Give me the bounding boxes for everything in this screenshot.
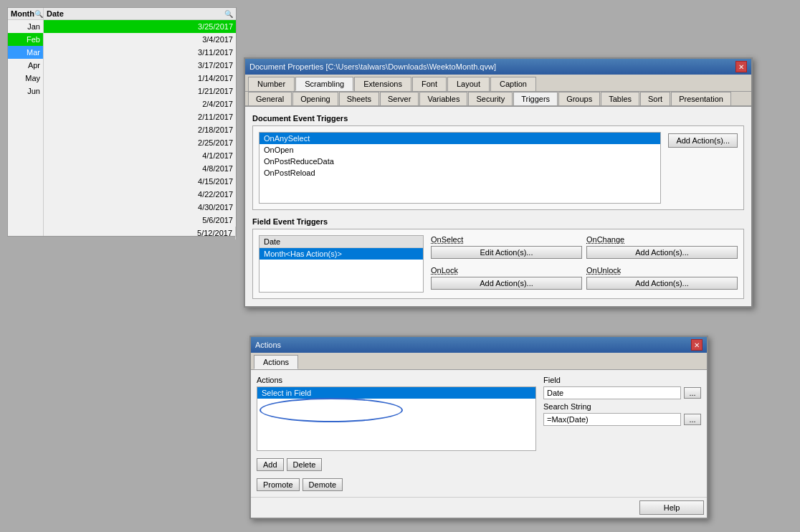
list-item[interactable]: Jan [8, 20, 43, 33]
trigger-on-post-reduce-data[interactable]: OnPostReduceData [259, 156, 660, 167]
list-item[interactable]: 1/14/2017 [44, 72, 236, 85]
actions-dialog-close-button[interactable]: ✕ [691, 339, 703, 351]
field-list[interactable]: Date Month<Has Action(s)> [259, 235, 424, 293]
field-browse-button[interactable]: ... [684, 387, 701, 399]
trigger-on-any-select[interactable]: OnAnySelect [259, 133, 660, 144]
month-col-title: Month [11, 9, 34, 18]
tab-opening[interactable]: Opening [292, 92, 338, 105]
add-actions-button[interactable]: Add Action(s)... [668, 133, 738, 148]
list-item[interactable]: 5/12/2017 [44, 227, 236, 239]
action-item-select-in-field[interactable]: Select in Field [257, 387, 535, 399]
list-item[interactable]: 1/21/2017 [44, 85, 236, 98]
list-item[interactable]: May [8, 72, 43, 85]
delete-button[interactable]: Delete [287, 458, 323, 471]
list-item[interactable]: 5/6/2017 [44, 214, 236, 227]
tab-general[interactable]: General [248, 92, 292, 105]
tab-triggers[interactable]: Triggers [513, 92, 558, 105]
field-list-header: Date [259, 236, 423, 248]
actions-list[interactable]: Select in Field [257, 386, 536, 451]
on-change-add-button[interactable]: Add Action(s)... [586, 246, 738, 259]
dialog-titlebar: Document Properties [C:\Users\talwars\Do… [245, 59, 751, 75]
list-item[interactable]: Mar [8, 46, 43, 59]
actions-dialog-title: Actions [255, 341, 281, 349]
list-item[interactable]: 4/22/2017 [44, 188, 236, 201]
tab-caption[interactable]: Caption [490, 77, 536, 91]
demote-button[interactable]: Demote [303, 478, 343, 491]
list-item[interactable]: 2/11/2017 [44, 110, 236, 123]
actions-tab[interactable]: Actions [254, 355, 298, 369]
actions-dialog: Actions ✕ Actions Actions Select in Fiel… [249, 336, 708, 519]
month-col-header: Month 🔍 [8, 8, 43, 20]
list-item[interactable]: 3/25/2017 [44, 20, 236, 33]
month-search-icon[interactable]: 🔍 [34, 10, 43, 18]
document-properties-dialog: Document Properties [C:\Users\talwars\Do… [244, 57, 753, 308]
tab-server[interactable]: Server [380, 92, 419, 105]
top-tab-row: Number Scrambling Extensions Font Layout… [245, 75, 751, 92]
tab-sort[interactable]: Sort [640, 92, 670, 105]
edit-actions-button[interactable]: Edit Action(s)... [431, 246, 582, 259]
tab-layout[interactable]: Layout [447, 77, 490, 91]
on-change-group: OnChange Add Action(s)... [586, 235, 738, 262]
tab-tables[interactable]: Tables [601, 92, 639, 105]
actions-tab-row: Actions [251, 353, 707, 370]
date-search-icon[interactable]: 🔍 [224, 10, 233, 18]
help-button[interactable]: Help [639, 500, 704, 515]
bottom-tab-row: General Opening Sheets Server Variables … [245, 92, 751, 107]
actions-footer: Help [251, 497, 707, 518]
search-string-input[interactable] [543, 413, 681, 426]
date-col-title: Date [47, 9, 64, 18]
date-col-header: Date 🔍 [44, 8, 236, 20]
field-input[interactable] [543, 386, 681, 399]
tab-groups[interactable]: Groups [558, 92, 600, 105]
actions-section-label: Actions [257, 376, 536, 384]
tab-font[interactable]: Font [412, 77, 447, 91]
trigger-on-open[interactable]: OnOpen [259, 144, 660, 156]
list-item[interactable]: Feb [8, 33, 43, 46]
list-item[interactable]: 2/25/2017 [44, 136, 236, 149]
list-item[interactable]: 3/4/2017 [44, 33, 236, 46]
on-select-label: OnSelect [431, 235, 582, 244]
list-item[interactable]: 4/8/2017 [44, 162, 236, 175]
tab-sheets[interactable]: Sheets [339, 92, 379, 105]
search-string-browse-button[interactable]: ... [684, 414, 701, 425]
trigger-actions: Add Action(s)... [668, 132, 738, 204]
on-lock-group: OnLock Add Action(s)... [431, 266, 582, 293]
list-item[interactable]: 4/15/2017 [44, 175, 236, 188]
on-unlock-add-button[interactable]: Add Action(s)... [586, 277, 738, 290]
list-item[interactable]: Jun [8, 85, 43, 98]
list-item[interactable]: 2/4/2017 [44, 98, 236, 110]
trigger-on-post-reload[interactable]: OnPostReload [259, 167, 660, 179]
tab-security[interactable]: Security [468, 92, 513, 105]
on-select-group: OnSelect Edit Action(s)... [431, 235, 582, 262]
actions-left: Actions Select in Field [257, 376, 536, 451]
on-lock-label: OnLock [431, 266, 582, 275]
actions-promote-row: Promote Demote [257, 475, 701, 491]
actions-bottom-row: Add Delete [257, 455, 701, 471]
promote-button[interactable]: Promote [257, 478, 300, 491]
tab-scrambling[interactable]: Scrambling [295, 77, 353, 91]
list-item[interactable]: 3/11/2017 [44, 46, 236, 59]
list-item[interactable]: 4/30/2017 [44, 201, 236, 214]
tab-number[interactable]: Number [248, 77, 295, 91]
month-date-panel: Month 🔍 Jan Feb Mar Apr May Jun Date 🔍 3… [7, 7, 237, 237]
list-item[interactable]: Apr [8, 59, 43, 72]
tab-variables[interactable]: Variables [419, 92, 467, 105]
list-item[interactable]: 2/18/2017 [44, 123, 236, 136]
add-button[interactable]: Add [257, 458, 284, 471]
dialog-close-button[interactable]: ✕ [735, 61, 747, 72]
list-item[interactable]: 4/1/2017 [44, 149, 236, 162]
search-string-row: ... [543, 413, 701, 426]
list-item[interactable]: 3/17/2017 [44, 59, 236, 72]
field-input-row: ... [543, 386, 701, 399]
actions-main: Actions Select in Field Field ... Search… [257, 376, 701, 451]
field-triggers-body: Date Month<Has Action(s)> OnSelect Edit … [259, 235, 738, 293]
field-event-triggers-label: Field Event Triggers [252, 217, 744, 226]
actions-body: Actions Select in Field Field ... Search… [251, 370, 707, 497]
field-list-item-month[interactable]: Month<Has Action(s)> [259, 248, 423, 260]
tab-extensions[interactable]: Extensions [354, 77, 411, 91]
date-column: Date 🔍 3/25/2017 3/4/2017 3/11/2017 3/17… [44, 8, 236, 236]
dialog-title: Document Properties [C:\Users\talwars\Do… [249, 62, 496, 71]
tab-presentation[interactable]: Presentation [671, 92, 731, 105]
on-lock-add-button[interactable]: Add Action(s)... [431, 277, 582, 290]
doc-triggers-list[interactable]: OnAnySelect OnOpen OnPostReduceData OnPo… [259, 132, 661, 204]
